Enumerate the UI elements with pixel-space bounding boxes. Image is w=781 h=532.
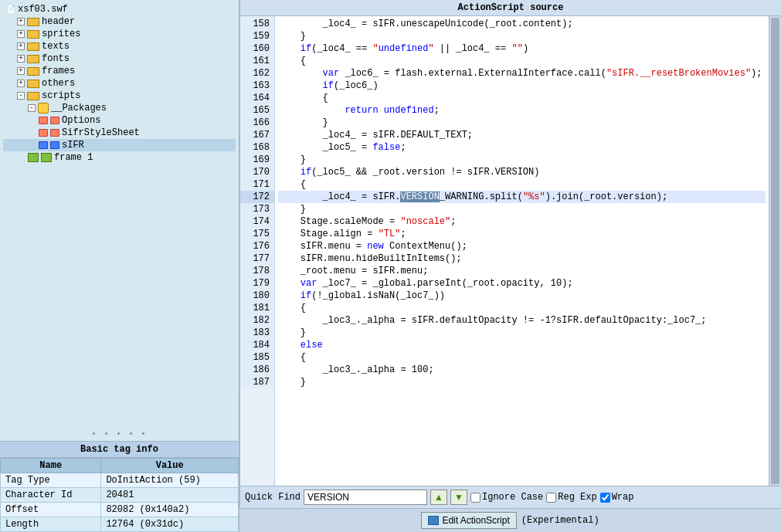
tag-value: 82082 (0x140a2) xyxy=(101,503,239,517)
tag-info-panel: Basic tag info Name Value Tag TypeDoInit… xyxy=(0,441,239,532)
tag-value: DoInitAction (59) xyxy=(101,473,239,488)
tree-item-texts[interactable]: +texts xyxy=(3,40,236,53)
tree-item-scripts[interactable]: -scripts xyxy=(3,90,236,102)
tree-item-label: SifrStyleSheet xyxy=(62,127,140,138)
folder-icon xyxy=(27,18,39,26)
tree-item-label: frames xyxy=(42,66,75,76)
tree-item-label: texts xyxy=(42,41,70,52)
tree-item-packages[interactable]: -__Packages xyxy=(3,102,236,114)
line-num: 173 xyxy=(240,203,274,215)
dots-separator: • • • • • xyxy=(0,428,239,441)
code-line: if(_loc4_ == "undefined" || _loc4_ == ""… xyxy=(278,42,766,55)
line-num: 178 xyxy=(240,265,274,277)
tree-item-label: __Packages xyxy=(51,103,107,114)
package-icon xyxy=(38,103,49,114)
tree-item-root[interactable]: 📄xsf03.swf xyxy=(3,3,236,15)
tag-value: 12764 (0x31dc) xyxy=(101,517,239,532)
code-line: var _loc7_ = _global.parseInt(_root.opac… xyxy=(278,277,766,290)
code-line: } xyxy=(278,203,766,215)
left-panel: 📄xsf03.swf+header+sprites+texts+fonts+fr… xyxy=(0,0,239,532)
code-line: { xyxy=(278,351,766,364)
expand-icon[interactable]: + xyxy=(17,55,25,63)
code-line: } xyxy=(278,376,766,388)
ignore-case-label[interactable]: Ignore Case xyxy=(470,492,543,503)
line-num: 180 xyxy=(240,290,274,302)
ignore-case-checkbox[interactable] xyxy=(470,493,480,503)
code-panel-title: ActionScript source xyxy=(239,0,781,16)
frame-icon xyxy=(28,153,39,162)
tree-item-label: frame 1 xyxy=(54,152,93,163)
frame-icon2 xyxy=(41,153,52,162)
tree-item-others[interactable]: +others xyxy=(3,77,236,90)
line-num: 168 xyxy=(240,141,274,154)
tree-item-frames[interactable]: +frames xyxy=(3,65,236,77)
code-line: return undefined; xyxy=(278,104,766,117)
reg-exp-label[interactable]: Reg Exp xyxy=(546,492,596,503)
line-num: 182 xyxy=(240,314,274,327)
edit-actionscript-button[interactable]: Edit ActionScript xyxy=(421,512,516,529)
quick-find-input[interactable] xyxy=(304,490,427,505)
code-line: { xyxy=(278,92,766,104)
tag-info-row: Offset82082 (0x140a2) xyxy=(1,503,239,517)
reg-exp-checkbox[interactable] xyxy=(546,493,556,503)
folder-icon xyxy=(27,92,39,100)
code-line: _loc3_._alpha = 100; xyxy=(278,364,766,376)
folder-icon xyxy=(27,42,39,51)
script-red-icon xyxy=(39,117,48,124)
code-line: _root.menu = sIFR.menu; xyxy=(278,265,766,277)
expand-icon[interactable]: + xyxy=(17,42,25,50)
line-num: 172 xyxy=(240,191,274,203)
code-line: else xyxy=(278,339,766,351)
scrollbar-thumb[interactable] xyxy=(771,18,779,484)
line-num: 187 xyxy=(240,376,274,388)
tree-item-label: Options xyxy=(62,115,100,126)
script-red-icon2 xyxy=(50,129,59,137)
edit-icon xyxy=(428,516,439,525)
expand-icon[interactable]: + xyxy=(17,67,25,75)
tree-item-stylesheet[interactable]: SifrStyleSheet xyxy=(3,127,236,139)
line-num: 164 xyxy=(240,92,274,104)
tag-info-row: Length12764 (0x31dc) xyxy=(1,517,239,532)
folder-icon xyxy=(27,67,39,76)
code-line: _loc4_ = sIFR.unescapeUnicode(_root.cont… xyxy=(278,18,766,30)
line-num: 160 xyxy=(240,42,274,55)
expand-icon[interactable]: + xyxy=(17,30,25,38)
tree-item-label: xsf03.swf xyxy=(18,4,68,15)
tag-info-row: Character Id20481 xyxy=(1,488,239,503)
tag-info-row: Tag TypeDoInitAction (59) xyxy=(1,473,239,488)
right-panel: ActionScript source 15815916016116216316… xyxy=(239,0,781,532)
tree-item-label: others xyxy=(42,78,75,89)
tree-item-sprites[interactable]: +sprites xyxy=(3,28,236,40)
tree-item-label: sIFR xyxy=(62,140,84,151)
folder-icon xyxy=(27,30,39,39)
find-prev-button[interactable]: ▲ xyxy=(430,490,447,505)
line-num: 163 xyxy=(240,80,274,92)
tree-item-options[interactable]: Options xyxy=(3,114,236,127)
expand-icon[interactable]: + xyxy=(17,80,25,87)
code-line: Stage.scaleMode = "noscale"; xyxy=(278,215,766,228)
tree-item-frame1[interactable]: frame 1 xyxy=(3,151,236,164)
code-content[interactable]: _loc4_ = sIFR.unescapeUnicode(_root.cont… xyxy=(275,16,769,486)
expand-icon[interactable]: - xyxy=(17,92,25,100)
wrap-label[interactable]: Wrap xyxy=(600,492,634,503)
line-num: 161 xyxy=(240,55,274,67)
line-num: 175 xyxy=(240,228,274,240)
tag-info-header: Basic tag info xyxy=(0,442,239,458)
code-line: } xyxy=(278,117,766,129)
wrap-checkbox[interactable] xyxy=(600,493,610,503)
code-line: _loc3_._alpha = sIFR.defaultOpacity != -… xyxy=(278,314,766,327)
find-next-button[interactable]: ▼ xyxy=(450,490,467,505)
expand-icon[interactable]: + xyxy=(17,18,25,25)
main-container: 📄xsf03.swf+header+sprites+texts+fonts+fr… xyxy=(0,0,781,532)
tree-item-header[interactable]: +header xyxy=(3,15,236,28)
tree-item-sifr[interactable]: sIFR xyxy=(3,139,236,151)
tag-name: Length xyxy=(1,517,101,532)
col-value-header: Value xyxy=(101,459,239,473)
code-area[interactable]: 1581591601611621631641651661671681691701… xyxy=(239,16,781,486)
line-num: 162 xyxy=(240,67,274,80)
tree-item-fonts[interactable]: +fonts xyxy=(3,53,236,65)
code-line: sIFR.menu = new ContextMenu(); xyxy=(278,240,766,252)
expand-icon[interactable]: - xyxy=(28,104,36,112)
tag-name: Tag Type xyxy=(1,473,101,488)
scrollbar-area[interactable] xyxy=(769,16,781,486)
